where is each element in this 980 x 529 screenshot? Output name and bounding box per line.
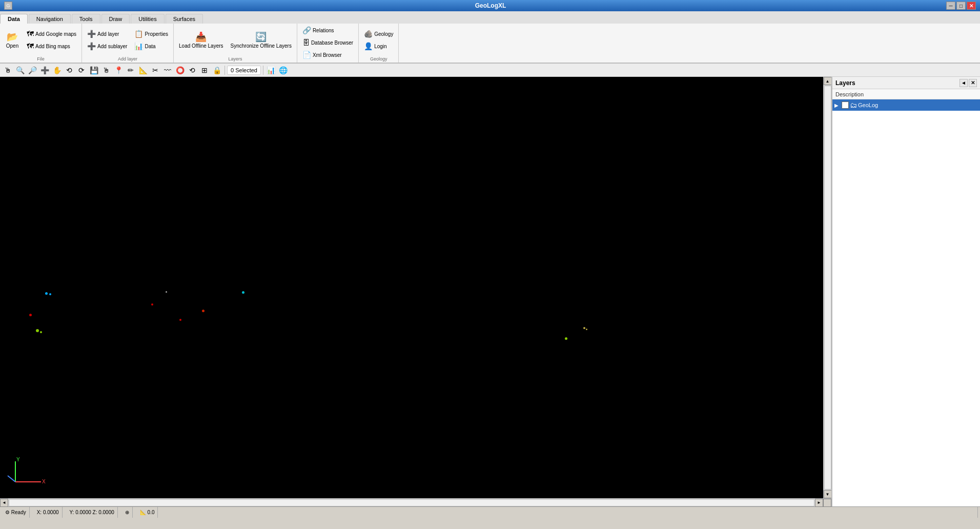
scroll-up-arrow[interactable]: ▲ bbox=[824, 77, 832, 85]
xml-browser-button[interactable]: 📄 Xml Browser bbox=[299, 49, 356, 60]
map-wrapper: Y X ▲ ▼ ◄ ► bbox=[0, 77, 831, 506]
main-area: Y X ▲ ▼ ◄ ► bbox=[0, 77, 980, 506]
close-button[interactable]: ✕ bbox=[967, 2, 976, 10]
scroll-track[interactable] bbox=[824, 86, 831, 490]
add-layer-button[interactable]: ➕ Add layer bbox=[84, 28, 130, 39]
status-extra1 bbox=[971, 507, 978, 518]
tab-draw[interactable]: Draw bbox=[101, 14, 130, 24]
add-google-maps-button[interactable]: 🗺 Add Google maps bbox=[24, 28, 79, 39]
hscroll-track[interactable] bbox=[9, 499, 814, 506]
synchronize-offline-layers-button[interactable]: 🔄 Synchronize Offline Layers bbox=[228, 29, 295, 51]
add-sublayer-button[interactable]: ➕ Add sublayer bbox=[84, 40, 130, 52]
map-and-vscroll: Y X ▲ ▼ bbox=[0, 77, 831, 498]
map-point-2 bbox=[49, 293, 51, 295]
status-btn1[interactable]: ⊕ bbox=[122, 507, 133, 518]
ribbon-group-file: 📂 Open 🗺 Add Google maps 🗺 Add Bing maps… bbox=[0, 24, 82, 63]
qa-ruler-btn[interactable]: 📐 bbox=[137, 65, 149, 75]
qa-circle-btn[interactable]: ⭕ bbox=[174, 65, 186, 75]
sync-icon: 🔄 bbox=[255, 31, 267, 43]
map-horizontal-scrollbar[interactable]: ◄ ► bbox=[0, 498, 831, 506]
geology-group-label: Geology bbox=[361, 56, 396, 62]
qa-zoom-out-btn[interactable]: 🔎 bbox=[27, 65, 38, 75]
coordinate-axes: Y X bbox=[5, 456, 46, 488]
layers-group-label: Layers bbox=[176, 56, 295, 62]
database-browser-button[interactable]: 🗄 Database Browser bbox=[299, 37, 356, 48]
bing-maps-icon: 🗺 bbox=[27, 42, 34, 50]
svg-text:Y: Y bbox=[16, 457, 20, 462]
login-button[interactable]: 👤 Login bbox=[361, 40, 396, 52]
qa-separator-1 bbox=[224, 66, 225, 75]
ribbon-group-relations: 🔗 Relations 🗄 Database Browser 📄 Xml Bro… bbox=[297, 24, 359, 63]
open-icon: 📂 bbox=[7, 31, 18, 43]
tab-surfaces[interactable]: Surfaces bbox=[166, 14, 203, 24]
database-icon: 🗄 bbox=[302, 38, 310, 47]
qa-line-btn[interactable]: 〰 bbox=[162, 65, 173, 75]
properties-button[interactable]: 📋 Properties bbox=[131, 28, 171, 39]
xml-icon: 📄 bbox=[302, 51, 311, 59]
qa-lock-btn[interactable]: 🔒 bbox=[211, 65, 222, 75]
layers-content: ▶ ✓ 🗂 GeoLog bbox=[832, 99, 980, 506]
qa-undo-btn[interactable]: ⟲ bbox=[64, 65, 75, 75]
load-offline-layers-button[interactable]: 📥 Load Offline Layers bbox=[176, 29, 227, 51]
title-bar: G GeoLogXL ─ □ ✕ bbox=[0, 0, 980, 11]
status-yz: Y: 0.0000 Z: 0.0000 bbox=[67, 507, 118, 518]
google-maps-icon: 🗺 bbox=[27, 30, 34, 38]
qa-pointer-btn[interactable]: 🖱 bbox=[100, 65, 112, 75]
data-button[interactable]: 📊 Data bbox=[131, 40, 171, 52]
qa-redo-btn[interactable]: ⟳ bbox=[76, 65, 87, 75]
qa-scissors-btn[interactable]: ✂ bbox=[150, 65, 161, 75]
tab-data[interactable]: Data bbox=[0, 14, 28, 24]
scroll-corner[interactable] bbox=[823, 499, 831, 507]
title-controls: ─ □ ✕ bbox=[946, 2, 976, 10]
qa-add-btn[interactable]: ➕ bbox=[39, 65, 50, 75]
tab-utilities[interactable]: Utilities bbox=[131, 14, 164, 24]
geology-button[interactable]: 🪨 Geology bbox=[361, 28, 396, 39]
scroll-right-arrow[interactable]: ► bbox=[815, 499, 823, 507]
add-layer-icon: ➕ bbox=[87, 30, 96, 38]
layers-panel-header: Layers ◄ ✕ bbox=[832, 77, 980, 89]
scroll-left-arrow[interactable]: ◄ bbox=[0, 499, 8, 507]
maximize-button[interactable]: □ bbox=[956, 2, 966, 10]
ribbon-group-layers: 📥 Load Offline Layers 🔄 Synchronize Offl… bbox=[174, 24, 297, 63]
qa-save-btn[interactable]: 💾 bbox=[88, 65, 99, 75]
layers-header-controls: ◄ ✕ bbox=[959, 79, 977, 87]
layers-close-btn[interactable]: ✕ bbox=[969, 79, 977, 87]
map-point-11 bbox=[583, 327, 585, 329]
selected-count-label: 0 Selected bbox=[227, 66, 261, 75]
qa-grid-btn[interactable]: ⊞ bbox=[199, 65, 210, 75]
qa-zoom-in-btn[interactable]: 🔍 bbox=[14, 65, 26, 75]
qa-pin-btn[interactable]: 📍 bbox=[113, 65, 124, 75]
map-point-6 bbox=[179, 319, 181, 321]
layer-checkbox[interactable]: ✓ bbox=[842, 101, 849, 109]
map-point-4 bbox=[151, 303, 153, 306]
add-bing-maps-button[interactable]: 🗺 Add Bing maps bbox=[24, 40, 79, 52]
svg-text:X: X bbox=[42, 479, 46, 484]
map-point-12 bbox=[586, 329, 587, 330]
layer-expand-icon[interactable]: ▶ bbox=[834, 103, 841, 108]
relations-button[interactable]: 🔗 Relations bbox=[299, 25, 356, 36]
geology-buttons: 🪨 Geology 👤 Login bbox=[361, 25, 396, 55]
qa-rotate-btn[interactable]: ⟲ bbox=[187, 65, 198, 75]
scroll-down-arrow[interactable]: ▼ bbox=[824, 490, 832, 498]
file-group-label: File bbox=[2, 56, 79, 62]
qa-pan-btn[interactable]: ✋ bbox=[51, 65, 63, 75]
open-button[interactable]: 📂 Open bbox=[2, 29, 23, 51]
add-layer-buttons: ➕ Add layer ➕ Add sublayer 📋 Properties … bbox=[84, 25, 171, 55]
load-offline-icon: 📥 bbox=[195, 31, 207, 43]
add-layer-group-label: Add layer bbox=[84, 56, 171, 62]
layer-item-geolog[interactable]: ▶ ✓ 🗂 GeoLog bbox=[832, 99, 980, 111]
qa-globe-btn[interactable]: 🌐 bbox=[278, 65, 289, 75]
map-canvas[interactable]: Y X bbox=[0, 77, 823, 498]
tab-navigation[interactable]: Navigation bbox=[29, 14, 71, 24]
layers-expand-btn[interactable]: ◄ bbox=[959, 79, 968, 87]
add-sublayer-icon: ➕ bbox=[87, 42, 96, 50]
status-scale: 📐 0.0 bbox=[137, 507, 158, 518]
qa-measure-btn[interactable]: ✏ bbox=[125, 65, 136, 75]
map-vertical-scrollbar[interactable]: ▲ ▼ bbox=[823, 77, 831, 498]
qa-select-btn[interactable]: 🖱 bbox=[2, 65, 13, 75]
properties-icon: 📋 bbox=[134, 30, 143, 38]
tab-tools[interactable]: Tools bbox=[72, 14, 100, 24]
minimize-button[interactable]: ─ bbox=[946, 2, 955, 10]
status-bar: ⚙ Ready X: 0.0000 Y: 0.0000 Z: 0.0000 ⊕ … bbox=[0, 506, 980, 518]
qa-table-btn[interactable]: 📊 bbox=[266, 65, 277, 75]
